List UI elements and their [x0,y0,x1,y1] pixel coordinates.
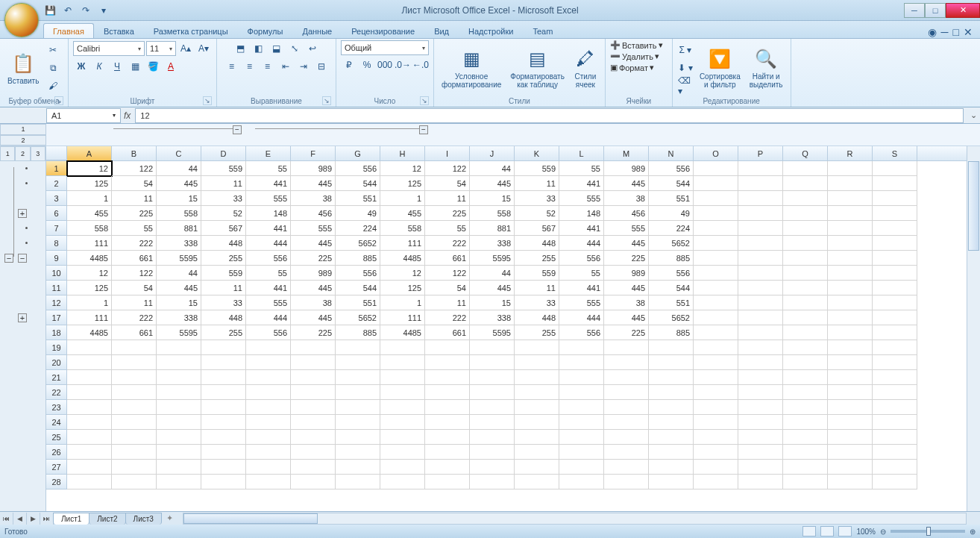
cell-I8[interactable]: 222 [425,236,470,251]
cell-D22[interactable] [201,385,246,400]
cell-C27[interactable] [157,460,201,475]
maximize-button[interactable]: □ [925,3,946,18]
row-outline-level-1[interactable]: 1 [0,146,15,161]
cell-G21[interactable] [336,370,380,385]
col-header-O[interactable]: O [694,146,738,160]
cell-K11[interactable]: 11 [515,281,559,295]
cell-P19[interactable] [738,340,783,355]
format-cells-button[interactable]: ▣Формат ▾ [610,63,668,72]
cell-M11[interactable]: 445 [604,281,649,295]
cell-S17[interactable] [873,310,917,325]
cell-C11[interactable]: 445 [157,281,201,295]
row-header-18[interactable]: 18 [46,325,67,340]
cell-P20[interactable] [738,355,783,370]
cell-M27[interactable] [604,460,649,475]
cell-G19[interactable] [336,340,380,355]
cell-S26[interactable] [873,445,917,460]
cell-A12[interactable]: 1 [67,295,112,310]
cell-A1[interactable]: 12 [67,161,112,176]
cell-P1[interactable] [738,161,783,176]
cell-G2[interactable]: 544 [336,176,380,191]
cell-F20[interactable] [291,355,336,370]
cell-E22[interactable] [246,385,291,400]
col-header-A[interactable]: A [67,146,112,160]
cell-H24[interactable] [380,415,425,430]
autosum-icon[interactable]: Σ ▾ [677,42,694,58]
cell-D1[interactable]: 559 [201,161,246,176]
cell-C8[interactable]: 338 [157,236,201,251]
cell-C26[interactable] [157,445,201,460]
cell-O27[interactable] [694,460,738,475]
cell-L12[interactable]: 555 [559,295,604,310]
cell-K2[interactable]: 11 [515,176,559,191]
cell-A28[interactable] [67,475,112,489]
cell-M8[interactable]: 445 [604,236,649,251]
cell-E21[interactable] [246,370,291,385]
cell-J11[interactable]: 445 [470,281,515,295]
cell-Q28[interactable] [783,475,828,489]
row-header-12[interactable]: 12 [46,295,67,310]
align-bottom-icon[interactable]: ⬓ [268,40,285,57]
cell-K1[interactable]: 559 [515,161,559,176]
cell-F26[interactable] [291,445,336,460]
font-dialog-icon[interactable]: ↘ [203,96,212,105]
cell-F17[interactable]: 445 [291,310,336,325]
cell-O21[interactable] [694,370,738,385]
cell-H21[interactable] [380,370,425,385]
cell-C22[interactable] [157,385,201,400]
cell-Q6[interactable] [783,206,828,221]
cell-C1[interactable]: 44 [157,161,201,176]
cell-P7[interactable] [738,221,783,236]
cell-F11[interactable]: 445 [291,281,336,295]
cell-L20[interactable] [559,355,604,370]
cell-H3[interactable]: 1 [380,191,425,206]
cell-O2[interactable] [694,176,738,191]
col-header-L[interactable]: L [559,146,604,160]
cell-K12[interactable]: 33 [515,295,559,310]
align-top-icon[interactable]: ⬒ [233,40,249,57]
cell-S12[interactable] [873,295,917,310]
alignment-dialog-icon[interactable]: ↘ [322,96,331,105]
cell-I23[interactable] [425,400,470,415]
cell-J9[interactable]: 5595 [470,251,515,266]
cell-M22[interactable] [604,385,649,400]
cell-Q12[interactable] [783,295,828,310]
cell-E3[interactable]: 555 [246,191,291,206]
bold-button[interactable]: Ж [73,58,89,75]
cell-S3[interactable] [873,191,917,206]
cell-L23[interactable] [559,400,604,415]
cell-B27[interactable] [112,460,157,475]
cell-A20[interactable] [67,355,112,370]
cell-S1[interactable] [873,161,917,176]
cell-I6[interactable]: 225 [425,206,470,221]
cell-G9[interactable]: 885 [336,251,380,266]
cell-D10[interactable]: 559 [201,266,246,281]
cell-S11[interactable] [873,281,917,295]
cell-L26[interactable] [559,445,604,460]
cell-R26[interactable] [828,445,873,460]
cell-J24[interactable] [470,415,515,430]
help-icon[interactable]: ◉ [928,26,937,38]
cell-N23[interactable] [649,400,694,415]
cell-F28[interactable] [291,475,336,489]
col-outline-level-2[interactable]: 2 [0,135,46,146]
row-outline-level-2[interactable]: 2 [15,146,30,161]
cell-C9[interactable]: 5595 [157,251,201,266]
sheet-nav-first[interactable]: ⏮ [0,513,13,525]
decrease-decimal-icon[interactable]: ←.0 [412,57,429,73]
cell-N20[interactable] [649,355,694,370]
cell-L24[interactable] [559,415,604,430]
row-header-26[interactable]: 26 [46,445,67,460]
cell-B6[interactable]: 225 [112,206,157,221]
ribbon-minimize-icon[interactable]: ─ [941,26,949,38]
undo-icon[interactable]: ↶ [61,4,75,17]
cell-C18[interactable]: 5595 [157,325,201,340]
cell-A23[interactable] [67,400,112,415]
cell-L17[interactable]: 444 [559,310,604,325]
cell-P18[interactable] [738,325,783,340]
row-header-21[interactable]: 21 [46,370,67,385]
cell-Q24[interactable] [783,415,828,430]
cell-O7[interactable] [694,221,738,236]
vertical-scrollbar[interactable] [967,146,980,511]
view-page-layout-icon[interactable] [820,526,834,537]
